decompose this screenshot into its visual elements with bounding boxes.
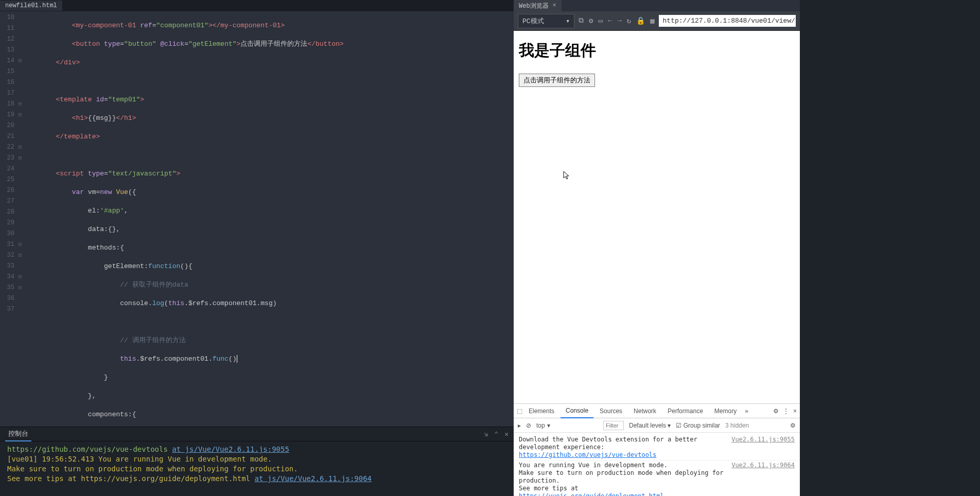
tab-elements[interactable]: Elements	[523, 404, 559, 418]
toggle-icon[interactable]: ▸	[518, 422, 521, 429]
link[interactable]: https://vuejs.org/guide/deployment.html	[519, 492, 664, 496]
editor-file-tab[interactable]: newfile01.html	[0, 1, 62, 11]
gear-icon[interactable]: ⚙	[589, 16, 593, 25]
export-icon[interactable]: ⇲	[484, 430, 488, 438]
close-icon[interactable]: ×	[553, 2, 556, 9]
line-gutter: 1011121314151617181920212223242526272829…	[0, 11, 19, 427]
code-editor[interactable]: 1011121314151617181920212223242526272829…	[0, 11, 514, 427]
browser-tab-bar: Web浏览器 ×	[514, 0, 800, 11]
devtools-console-body[interactable]: Download the Vue Devtools extension for …	[514, 433, 800, 496]
code-lines[interactable]: <my-component-01 ref="component01"></my-…	[24, 11, 514, 427]
console-header: 控制台 ⇲ ⌃ ✕	[0, 427, 514, 441]
hidden-count: 3 hidden	[725, 422, 749, 429]
devtools-panel: ⬚ Elements Console Sources Network Perfo…	[514, 403, 800, 496]
preview-button[interactable]: 点击调用子组件的方法	[519, 74, 595, 87]
browser-tab[interactable]: Web浏览器 ×	[514, 0, 562, 12]
context-select[interactable]: top ▾	[536, 422, 598, 429]
source-link[interactable]: Vue2.6.11.js:9055	[731, 436, 795, 459]
tab-sources[interactable]: Sources	[594, 404, 627, 418]
forward-icon[interactable]: →	[617, 16, 621, 25]
lock-icon[interactable]: 🔒	[636, 16, 645, 25]
tab-network[interactable]: Network	[628, 404, 661, 418]
url-input[interactable]: http://127.0.0.1:8848/vue01/view/n	[659, 15, 796, 27]
browser-toolbar: PC模式 ▾ ⧉ ⚙ ▭ ← → ↻ 🔒 ▦ http://127.0.0.1:…	[514, 11, 800, 31]
external-icon[interactable]: ⧉	[579, 16, 584, 25]
browser-tab-label: Web浏览器	[519, 2, 549, 10]
console-message: Download the Vue Devtools extension for …	[514, 435, 800, 460]
context-label: top	[536, 422, 545, 429]
group-similar-checkbox[interactable]: ☑ Group similar	[676, 422, 720, 429]
editor-tab-bar: newfile01.html	[0, 0, 514, 11]
chevron-down-icon: ▾	[566, 17, 570, 25]
console-actions: ⇲ ⌃ ✕	[484, 430, 509, 438]
tab-memory[interactable]: Memory	[709, 404, 742, 418]
tabs-more-icon[interactable]: »	[745, 408, 748, 415]
devices-icon[interactable]: ▭	[598, 16, 602, 25]
editor-pane: newfile01.html 1011121314151617181920212…	[0, 0, 514, 496]
console-panel: 控制台 ⇲ ⌃ ✕ https://github.com/vuejs/vue-d…	[0, 427, 514, 496]
menu-icon[interactable]: ⋮	[783, 408, 789, 415]
gear-icon[interactable]: ⚙	[790, 422, 796, 429]
tab-console[interactable]: Console	[561, 404, 593, 418]
levels-select[interactable]: Default levels ▾	[629, 422, 671, 429]
gear-icon[interactable]: ⚙	[773, 408, 779, 415]
close-icon[interactable]: ✕	[504, 430, 509, 438]
console-message: You are running Vue in development mode.…	[514, 460, 800, 496]
mode-select[interactable]: PC模式 ▾	[518, 14, 574, 28]
collapse-icon[interactable]: ⌃	[494, 430, 498, 438]
mode-select-label: PC模式	[522, 16, 544, 26]
console-tab[interactable]: 控制台	[5, 427, 31, 441]
refresh-icon[interactable]: ↻	[627, 16, 631, 25]
link[interactable]: https://github.com/vuejs/vue-devtools	[519, 451, 656, 458]
filter-input[interactable]	[603, 421, 624, 430]
devtools-filter-bar: ▸ ⊘ top ▾ Default levels ▾ ☑ Group simil…	[514, 418, 800, 433]
fold-gutter: ⊟⊟⊟⊟⊟⊟⊟⊟⊟	[19, 11, 24, 427]
devtools-tabs: ⬚ Elements Console Sources Network Perfo…	[514, 404, 800, 418]
preview-heading: 我是子组件	[519, 40, 795, 61]
tab-performance[interactable]: Performance	[662, 404, 708, 418]
toolbar-icons: ⧉ ⚙ ▭ ← → ↻ 🔒 ▦	[579, 16, 655, 25]
source-link[interactable]: Vue2.6.11.js:9064	[731, 462, 795, 496]
inspect-icon[interactable]: ⬚	[517, 408, 522, 415]
grid-icon[interactable]: ▦	[650, 16, 654, 25]
preview-area: 我是子组件 点击调用子组件的方法	[514, 31, 800, 403]
console-body[interactable]: https://github.com/vuejs/vue-devtools at…	[0, 441, 514, 496]
close-icon[interactable]: ×	[793, 408, 797, 415]
chevron-down-icon: ▾	[547, 422, 550, 429]
browser-pane: Web浏览器 × PC模式 ▾ ⧉ ⚙ ▭ ← → ↻ 🔒 ▦ http://1…	[514, 0, 800, 496]
back-icon[interactable]: ←	[608, 16, 612, 25]
clear-icon[interactable]: ⊘	[526, 422, 531, 429]
